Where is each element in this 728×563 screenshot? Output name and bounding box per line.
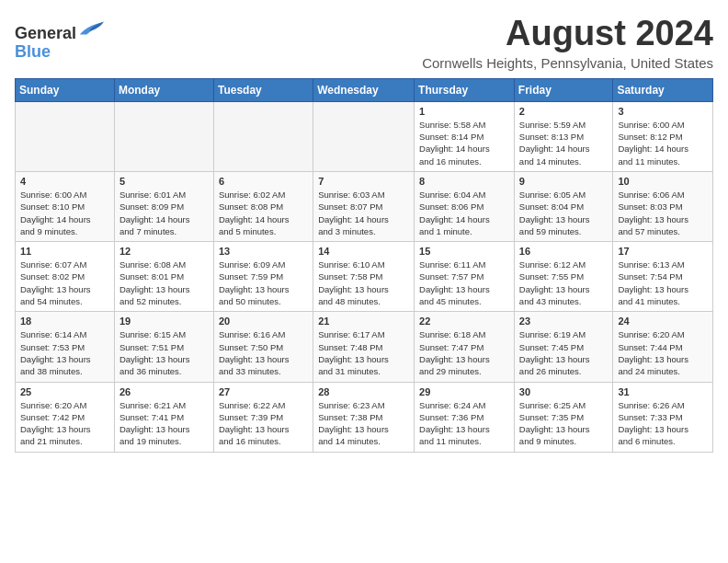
logo-text: General (15, 24, 76, 42)
table-row: 12Sunrise: 6:08 AM Sunset: 8:01 PM Dayli… (114, 242, 213, 312)
day-info: Sunrise: 6:12 AM Sunset: 7:55 PM Dayligh… (519, 259, 609, 307)
day-number: 17 (618, 246, 708, 257)
day-number: 26 (119, 386, 209, 397)
table-row: 4Sunrise: 6:00 AM Sunset: 8:10 PM Daylig… (16, 171, 115, 241)
table-row: 28Sunrise: 6:23 AM Sunset: 7:38 PM Dayli… (313, 382, 415, 452)
day-number: 3 (618, 106, 708, 117)
table-row: 2Sunrise: 5:59 AM Sunset: 8:13 PM Daylig… (514, 101, 613, 171)
table-row: 14Sunrise: 6:10 AM Sunset: 7:58 PM Dayli… (313, 242, 415, 312)
table-row (313, 101, 415, 171)
col-friday: Friday (514, 78, 613, 101)
day-number: 6 (219, 176, 308, 187)
day-number: 12 (119, 246, 209, 257)
day-info: Sunrise: 6:11 AM Sunset: 7:57 PM Dayligh… (419, 259, 509, 307)
table-row: 22Sunrise: 6:18 AM Sunset: 7:47 PM Dayli… (415, 312, 515, 382)
table-row: 31Sunrise: 6:26 AM Sunset: 7:33 PM Dayli… (613, 382, 713, 452)
table-row (213, 101, 313, 171)
table-row: 5Sunrise: 6:01 AM Sunset: 8:09 PM Daylig… (114, 171, 213, 241)
day-number: 24 (618, 316, 708, 327)
day-info: Sunrise: 6:22 AM Sunset: 7:39 PM Dayligh… (219, 399, 308, 448)
col-thursday: Thursday (415, 78, 515, 101)
table-row: 21Sunrise: 6:17 AM Sunset: 7:48 PM Dayli… (313, 312, 415, 382)
day-info: Sunrise: 6:17 AM Sunset: 7:48 PM Dayligh… (318, 328, 409, 377)
day-number: 15 (419, 246, 509, 257)
day-number: 4 (20, 176, 109, 187)
table-row: 9Sunrise: 6:05 AM Sunset: 8:04 PM Daylig… (514, 171, 613, 241)
day-number: 2 (519, 106, 609, 117)
table-row: 29Sunrise: 6:24 AM Sunset: 7:36 PM Dayli… (415, 382, 515, 452)
day-number: 16 (519, 246, 609, 257)
table-row: 18Sunrise: 6:14 AM Sunset: 7:53 PM Dayli… (16, 312, 115, 382)
day-number: 1 (419, 106, 509, 117)
table-row: 16Sunrise: 6:12 AM Sunset: 7:55 PM Dayli… (514, 242, 613, 312)
calendar-table: Sunday Monday Tuesday Wednesday Thursday… (15, 78, 713, 453)
day-info: Sunrise: 6:03 AM Sunset: 8:07 PM Dayligh… (318, 189, 409, 237)
day-info: Sunrise: 6:16 AM Sunset: 7:50 PM Dayligh… (219, 328, 308, 377)
table-row: 13Sunrise: 6:09 AM Sunset: 7:59 PM Dayli… (213, 242, 313, 312)
day-number: 27 (219, 386, 308, 397)
col-tuesday: Tuesday (213, 78, 313, 101)
day-number: 8 (419, 176, 509, 187)
table-row: 1Sunrise: 5:58 AM Sunset: 8:14 PM Daylig… (415, 101, 515, 171)
day-number: 31 (618, 386, 708, 397)
page-subtitle: Cornwells Heights, Pennsylvania, United … (422, 55, 713, 71)
page-title: August 2024 (422, 15, 713, 53)
day-info: Sunrise: 6:14 AM Sunset: 7:53 PM Dayligh… (20, 328, 109, 377)
day-info: Sunrise: 6:18 AM Sunset: 7:47 PM Dayligh… (419, 328, 509, 377)
day-number: 9 (519, 176, 609, 187)
table-row: 17Sunrise: 6:13 AM Sunset: 7:54 PM Dayli… (613, 242, 713, 312)
table-row: 11Sunrise: 6:07 AM Sunset: 8:02 PM Dayli… (16, 242, 115, 312)
day-number: 21 (318, 316, 409, 327)
table-row: 6Sunrise: 6:02 AM Sunset: 8:08 PM Daylig… (213, 171, 313, 241)
table-row: 15Sunrise: 6:11 AM Sunset: 7:57 PM Dayli… (415, 242, 515, 312)
day-info: Sunrise: 6:06 AM Sunset: 8:03 PM Dayligh… (618, 189, 708, 237)
calendar-week-row: 1Sunrise: 5:58 AM Sunset: 8:14 PM Daylig… (16, 101, 713, 171)
table-row: 25Sunrise: 6:20 AM Sunset: 7:42 PM Dayli… (16, 382, 115, 452)
col-sunday: Sunday (16, 78, 115, 101)
table-row: 23Sunrise: 6:19 AM Sunset: 7:45 PM Dayli… (514, 312, 613, 382)
table-row (114, 101, 213, 171)
day-info: Sunrise: 6:07 AM Sunset: 8:02 PM Dayligh… (20, 259, 109, 307)
day-info: Sunrise: 6:26 AM Sunset: 7:33 PM Dayligh… (618, 399, 708, 448)
day-info: Sunrise: 6:01 AM Sunset: 8:09 PM Dayligh… (119, 189, 209, 237)
day-info: Sunrise: 6:23 AM Sunset: 7:38 PM Dayligh… (318, 399, 409, 448)
page-header: General Blue August 2024 Cornwells Heigh… (15, 15, 713, 71)
day-number: 25 (20, 386, 109, 397)
day-info: Sunrise: 6:00 AM Sunset: 8:12 PM Dayligh… (618, 119, 708, 167)
calendar-week-row: 25Sunrise: 6:20 AM Sunset: 7:42 PM Dayli… (16, 382, 713, 452)
day-number: 22 (419, 316, 509, 327)
day-info: Sunrise: 6:08 AM Sunset: 8:01 PM Dayligh… (119, 259, 209, 307)
day-number: 28 (318, 386, 409, 397)
day-info: Sunrise: 5:58 AM Sunset: 8:14 PM Dayligh… (419, 119, 509, 167)
table-row: 27Sunrise: 6:22 AM Sunset: 7:39 PM Dayli… (213, 382, 313, 452)
logo-bird-icon (78, 18, 104, 39)
day-number: 20 (219, 316, 308, 327)
day-info: Sunrise: 6:02 AM Sunset: 8:08 PM Dayligh… (219, 189, 308, 237)
table-row: 20Sunrise: 6:16 AM Sunset: 7:50 PM Dayli… (213, 312, 313, 382)
table-row: 19Sunrise: 6:15 AM Sunset: 7:51 PM Dayli… (114, 312, 213, 382)
day-info: Sunrise: 6:25 AM Sunset: 7:35 PM Dayligh… (519, 399, 609, 448)
day-info: Sunrise: 6:20 AM Sunset: 7:44 PM Dayligh… (618, 328, 708, 377)
col-saturday: Saturday (613, 78, 713, 101)
day-info: Sunrise: 6:10 AM Sunset: 7:58 PM Dayligh… (318, 259, 409, 307)
day-number: 5 (119, 176, 209, 187)
logo-blue-text: Blue (15, 42, 51, 61)
day-number: 29 (419, 386, 509, 397)
day-info: Sunrise: 6:04 AM Sunset: 8:06 PM Dayligh… (419, 189, 509, 237)
calendar-week-row: 4Sunrise: 6:00 AM Sunset: 8:10 PM Daylig… (16, 171, 713, 241)
table-row: 7Sunrise: 6:03 AM Sunset: 8:07 PM Daylig… (313, 171, 415, 241)
title-section: August 2024 Cornwells Heights, Pennsylva… (422, 15, 713, 71)
day-info: Sunrise: 6:05 AM Sunset: 8:04 PM Dayligh… (519, 189, 609, 237)
day-info: Sunrise: 6:00 AM Sunset: 8:10 PM Dayligh… (20, 189, 109, 237)
logo: General Blue (15, 18, 104, 62)
day-number: 7 (318, 176, 409, 187)
day-number: 18 (20, 316, 109, 327)
table-row: 8Sunrise: 6:04 AM Sunset: 8:06 PM Daylig… (415, 171, 515, 241)
day-number: 23 (519, 316, 609, 327)
day-number: 10 (618, 176, 708, 187)
calendar-week-row: 18Sunrise: 6:14 AM Sunset: 7:53 PM Dayli… (16, 312, 713, 382)
table-row: 10Sunrise: 6:06 AM Sunset: 8:03 PM Dayli… (613, 171, 713, 241)
table-row: 24Sunrise: 6:20 AM Sunset: 7:44 PM Dayli… (613, 312, 713, 382)
table-row: 3Sunrise: 6:00 AM Sunset: 8:12 PM Daylig… (613, 101, 713, 171)
day-number: 13 (219, 246, 308, 257)
